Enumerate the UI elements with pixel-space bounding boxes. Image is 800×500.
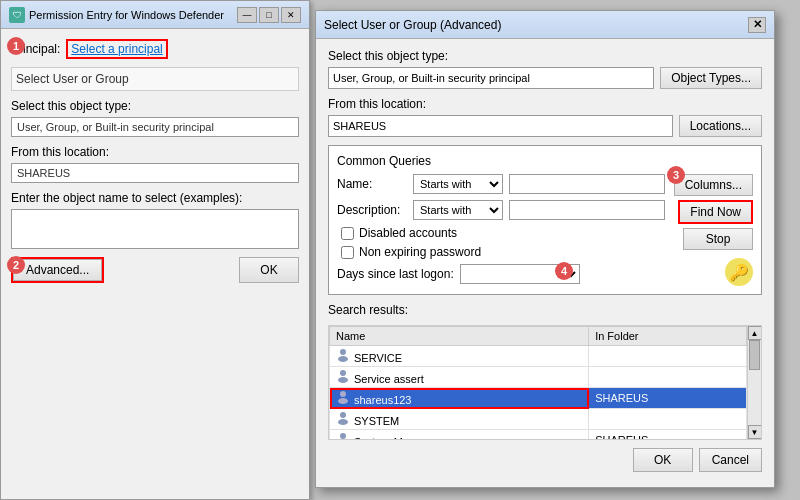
fg-ok-button[interactable]: OK (633, 448, 693, 472)
row-icon (336, 436, 350, 440)
svg-point-3 (338, 377, 348, 383)
common-queries-box: Common Queries Name: Starts with Is (exa… (328, 145, 762, 295)
find-now-button[interactable]: Find Now (678, 200, 753, 224)
svg-point-7 (338, 419, 348, 425)
fg-object-type-field: User, Group, or Built-in security princi… (328, 67, 654, 89)
scrollbar-right[interactable]: ▲ ▼ (747, 326, 761, 439)
scroll-down-arrow[interactable]: ▼ (748, 425, 762, 439)
common-queries-title: Common Queries (337, 154, 753, 168)
row-folder-cell: SHAREUS (589, 430, 747, 441)
bg-close-btn[interactable]: ✕ (281, 7, 301, 23)
search-results-label: Search results: (328, 303, 408, 317)
row-icon (336, 352, 350, 364)
fg-cancel-button[interactable]: Cancel (699, 448, 762, 472)
row-icon (336, 373, 350, 385)
stop-button[interactable]: Stop (683, 228, 753, 250)
svg-point-1 (338, 356, 348, 362)
row-folder-cell (589, 409, 747, 430)
cq-desc-condition[interactable]: Starts with Is (exactly) (413, 200, 503, 220)
bg-maximize-btn[interactable]: □ (259, 7, 279, 23)
find-now-area: 3 Columns... Find Now Stop 🔑 (674, 174, 753, 286)
svg-point-6 (340, 412, 346, 418)
advanced-button[interactable]: Advanced... (13, 259, 102, 281)
col-folder-header: In Folder (589, 327, 747, 346)
cq-desc-row: Description: Starts with Is (exactly) (337, 200, 665, 220)
cq-desc-label: Description: (337, 203, 407, 217)
row-name-text: Service assert (354, 373, 424, 385)
cq-name-condition[interactable]: Starts with Is (exactly) Ends with (413, 174, 503, 194)
row-name-cell: Service assert (330, 367, 589, 388)
results-table: Name In Folder SERVICE Service assert sh… (329, 326, 747, 440)
locations-button[interactable]: Locations... (679, 115, 762, 137)
advanced-btn-wrap: Advanced... (11, 257, 104, 283)
row-name-text: System Mana... (354, 436, 430, 440)
table-row[interactable]: SYSTEM (330, 409, 747, 430)
cq-main-area: Name: Starts with Is (exactly) Ends with… (337, 174, 753, 286)
fg-content: Select this object type: User, Group, or… (316, 39, 774, 482)
non-expiring-row: Non expiring password (337, 245, 665, 259)
bg-win-controls: — □ ✕ (237, 7, 301, 23)
svg-point-4 (340, 391, 346, 397)
svg-point-5 (338, 398, 348, 404)
bg-title-text: 🛡 Permission Entry for Windows Defender (9, 7, 224, 23)
bg-ok-cancel-row: Advanced... OK (11, 257, 299, 283)
fg-title-bar: Select User or Group (Advanced) ✕ (316, 11, 774, 39)
non-expiring-checkbox[interactable] (341, 246, 354, 259)
bg-ok-button[interactable]: OK (239, 257, 299, 283)
row-name-cell: SERVICE (330, 346, 589, 367)
cq-right-area: 3 Columns... Find Now Stop 🔑 (673, 174, 753, 286)
bg-select-user-group: Select User or Group (11, 67, 299, 91)
cq-name-input[interactable] (509, 174, 665, 194)
cq-desc-input[interactable] (509, 200, 665, 220)
scroll-up-arrow[interactable]: ▲ (748, 326, 762, 340)
fg-dialog: Select User or Group (Advanced) ✕ Select… (315, 10, 775, 488)
fg-object-type-title: Select this object type: (328, 49, 762, 63)
svg-point-8 (340, 433, 346, 439)
fg-close-btn[interactable]: ✕ (748, 17, 766, 33)
days-row: Days since last logon: (337, 264, 665, 284)
svg-point-2 (340, 370, 346, 376)
fg-ok-cancel-row: OK Cancel (328, 448, 762, 472)
table-row[interactable]: SERVICE (330, 346, 747, 367)
results-table-container: Name In Folder SERVICE Service assert sh… (329, 326, 747, 440)
scroll-track[interactable] (748, 340, 761, 425)
bg-object-type-title: Select this object type: (11, 99, 299, 113)
disabled-accounts-label: Disabled accounts (359, 226, 457, 240)
fg-title-text: Select User or Group (Advanced) (324, 18, 501, 32)
row-folder-cell (589, 346, 747, 367)
cq-fields: Name: Starts with Is (exactly) Ends with… (337, 174, 665, 286)
bg-title-bar: 🛡 Permission Entry for Windows Defender … (1, 1, 309, 29)
bg-window: 🛡 Permission Entry for Windows Defender … (0, 0, 310, 500)
row-folder-cell (589, 367, 747, 388)
badge-1: 1 (7, 37, 25, 55)
row-folder-cell: SHAREUS (589, 388, 747, 409)
bg-title-label: Permission Entry for Windows Defender (29, 9, 224, 21)
row-name-cell: SYSTEM (330, 409, 589, 430)
table-row[interactable]: shareus123SHAREUS (330, 388, 747, 409)
bg-object-input[interactable] (11, 209, 299, 249)
key-icon: 🔑 (725, 258, 753, 286)
cq-name-row: Name: Starts with Is (exactly) Ends with (337, 174, 665, 194)
col-name-header: Name (330, 327, 589, 346)
row-icon (336, 415, 350, 427)
disabled-accounts-checkbox[interactable] (341, 227, 354, 240)
bg-location-value: SHAREUS (11, 163, 299, 183)
row-name-text: shareus123 (354, 394, 412, 406)
object-types-button[interactable]: Object Types... (660, 67, 762, 89)
badge-3: 3 (667, 166, 685, 184)
scroll-thumb[interactable] (749, 340, 760, 370)
row-name-text: SYSTEM (354, 415, 399, 427)
table-row[interactable]: System Mana...SHAREUS (330, 430, 747, 441)
principal-link[interactable]: Select a principal (66, 39, 167, 59)
badge-2: 2 (7, 256, 25, 274)
row-icon (336, 394, 350, 406)
disabled-accounts-row: Disabled accounts (337, 226, 665, 240)
bg-minimize-btn[interactable]: — (237, 7, 257, 23)
badge-4: 4 (555, 262, 573, 280)
search-results-header: Search results: (328, 303, 762, 321)
table-row[interactable]: Service assert (330, 367, 747, 388)
row-name-text: SERVICE (354, 352, 402, 364)
columns-button[interactable]: Columns... (674, 174, 753, 196)
key-icon-area: 🔑 (725, 258, 753, 286)
results-wrapper: Name In Folder SERVICE Service assert sh… (328, 325, 762, 440)
